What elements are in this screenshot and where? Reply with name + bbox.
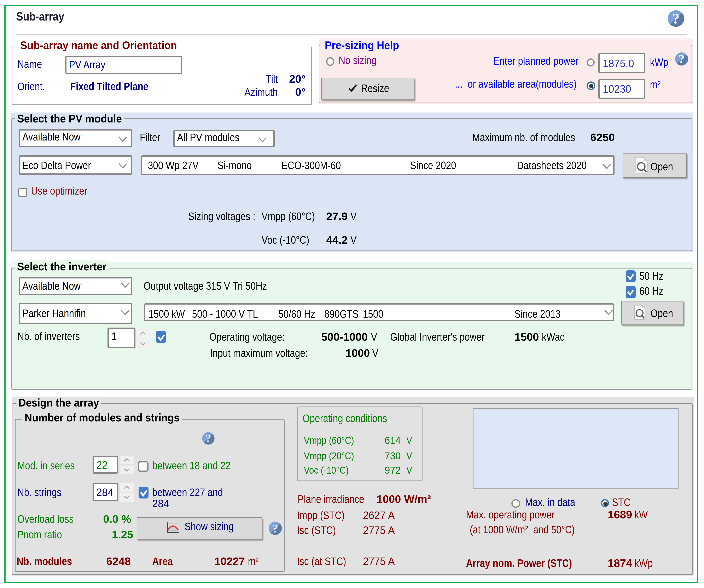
svg-text:?: ? [272, 522, 278, 535]
svg-text:?: ? [679, 52, 685, 65]
svg-text:?: ? [206, 432, 211, 445]
svg-text:?: ? [672, 10, 680, 27]
